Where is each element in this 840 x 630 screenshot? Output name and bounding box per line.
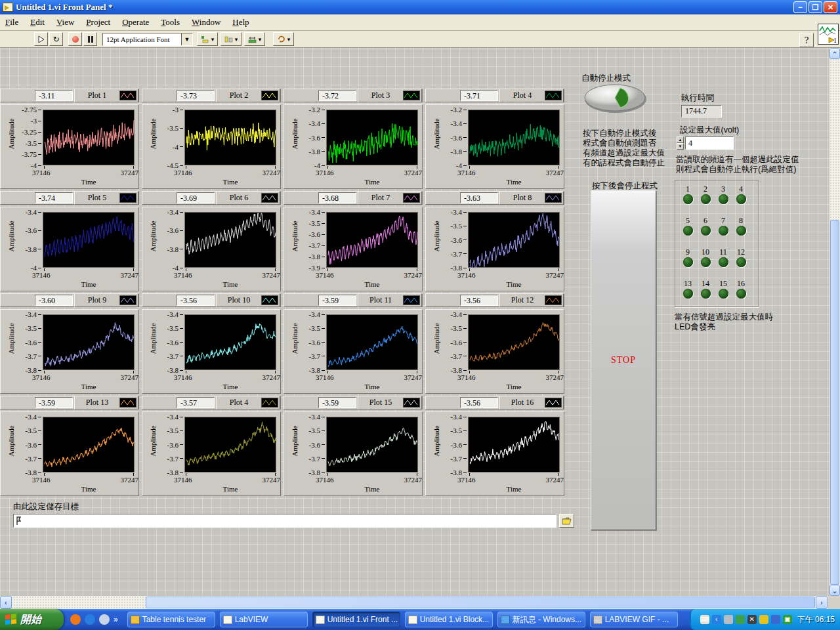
task-button[interactable]: Untitled 1.vi Front ...	[312, 612, 400, 627]
horizontal-scrollbar[interactable]: ‹ ›	[0, 596, 828, 609]
run-button[interactable]	[34, 32, 48, 46]
waveform-chart-1: -3.11Plot 1Amplitude-2.75-3-3.25-3.5-3.7…	[0, 89, 139, 189]
task-button[interactable]: Table tennis tester	[127, 612, 215, 627]
waveform-chart-8: -3.63Plot 8Amplitude-3.4-3.5-3.6-3.7-3.8…	[425, 191, 564, 291]
menu-item-tools[interactable]: Tools	[161, 17, 180, 28]
y-tick: -3.6	[148, 227, 183, 234]
waveform-chart-7: -3.68Plot 7Amplitude-3.4-3.5-3.6-3.7-3.8…	[284, 191, 423, 291]
internet-explorer-icon[interactable]	[85, 614, 95, 625]
abort-button[interactable]	[68, 32, 82, 46]
resize-objects-button[interactable]: ▾	[244, 32, 265, 46]
plot-legend[interactable]: Plot 5	[74, 191, 138, 205]
plot-legend[interactable]: Plot 7	[358, 191, 422, 205]
scroll-down-icon[interactable]: ⌄	[830, 585, 840, 596]
task-button[interactable]: 新訊息 - Windows...	[497, 612, 585, 627]
plot-legend[interactable]: Plot 11	[358, 293, 422, 307]
scroll-up-icon[interactable]: ⌃	[830, 48, 840, 59]
align-objects-button[interactable]: ▾	[197, 32, 218, 46]
restore-button[interactable]: ❐	[808, 1, 822, 13]
y-tick-mark	[463, 472, 467, 473]
task-button-label: Untitled 1.vi Front ...	[327, 615, 398, 624]
tray-app-3-icon[interactable]: ✕	[747, 615, 757, 624]
plot-legend[interactable]: Plot 2	[216, 89, 280, 102]
quick-launch-overflow-icon[interactable]: »	[114, 615, 118, 624]
taskbar-clock[interactable]: 下午 06:15	[797, 614, 835, 625]
menu-item-project[interactable]: Project	[86, 17, 110, 28]
y-tick-label: -3.6	[26, 339, 37, 346]
tray-app-1-icon[interactable]	[724, 615, 733, 624]
spinner-up-icon[interactable]: ▲	[677, 136, 684, 143]
menu-item-window[interactable]: Window	[192, 17, 220, 28]
task-button[interactable]: LabVIEW	[220, 612, 308, 627]
y-tick-mark	[180, 212, 183, 213]
chevron-down-icon[interactable]: ▼	[181, 33, 192, 45]
menu-item-help[interactable]: Help	[232, 17, 249, 28]
plot-legend[interactable]: Plot 10	[216, 293, 280, 307]
plot-legend[interactable]: Plot 16	[499, 396, 564, 410]
plot-legend[interactable]: Plot 15	[358, 396, 422, 410]
keyboard-icon[interactable]: ⌨	[700, 615, 709, 624]
app-icon[interactable]	[99, 614, 110, 625]
y-tick-mark	[180, 430, 183, 431]
pause-button[interactable]	[83, 32, 97, 46]
minimize-button[interactable]: −	[793, 1, 807, 13]
menu-item-operate[interactable]: Operate	[122, 17, 149, 28]
chart-plot-panel: Amplitude-3.4-3.5-3.6-3.7-3.8-3.93714637…	[284, 207, 423, 291]
firefox-icon[interactable]	[70, 614, 81, 625]
start-button[interactable]: 開始	[0, 609, 64, 630]
plot-legend[interactable]: Plot 3	[358, 89, 422, 102]
y-tick-label: -3.5	[26, 139, 37, 147]
y-tick-mark	[180, 356, 183, 356]
plot-legend[interactable]: Plot 9	[74, 293, 138, 307]
max-value-spinner[interactable]: ▲ ▼	[677, 136, 684, 150]
vi-icon[interactable]: 1	[818, 24, 839, 45]
y-tick: -3.6	[289, 231, 325, 238]
y-tick-label: -3.4	[451, 119, 462, 127]
task-button[interactable]: LABVIEW GIF - ...	[590, 612, 678, 627]
scroll-left-icon[interactable]: ‹	[0, 596, 12, 609]
plot-legend[interactable]: Plot 13	[74, 396, 138, 410]
vertical-scrollbar[interactable]: ⌃ ⌄	[830, 48, 840, 596]
plot-legend[interactable]: Plot 4	[216, 396, 280, 410]
scroll-right-icon[interactable]: ›	[816, 596, 828, 609]
tray-app-2-icon[interactable]	[736, 615, 745, 624]
context-help-button[interactable]: ?	[799, 33, 814, 47]
y-tick-mark	[322, 342, 325, 343]
menu-item-view[interactable]: View	[56, 17, 74, 28]
horizontal-scroll-thumb[interactable]	[146, 597, 815, 608]
plot-legend[interactable]: Plot 6	[216, 191, 280, 205]
close-button[interactable]: ✕	[824, 1, 837, 13]
folder-open-icon	[562, 516, 572, 525]
lock-icon[interactable]	[759, 615, 768, 624]
hide-icons-button[interactable]: ‹	[712, 615, 721, 624]
font-selector[interactable]: 12pt Application Font ▼	[102, 33, 193, 46]
y-tick-mark	[463, 123, 467, 124]
task-button[interactable]: Untitled 1.vi Block...	[405, 612, 493, 627]
run-continuously-button[interactable]: ↻	[49, 32, 63, 46]
reorder-button[interactable]: ▾	[273, 32, 294, 46]
text-line: 有的話程式會自動停止	[583, 158, 665, 168]
max-value-input[interactable]	[685, 136, 734, 150]
tray-app-5-icon[interactable]: ▣	[783, 615, 792, 624]
y-tick: -3.5	[6, 427, 41, 434]
plot-legend[interactable]: Plot 8	[499, 191, 564, 205]
y-tick: -2.75	[6, 106, 41, 114]
tray-app-4-icon[interactable]	[771, 615, 780, 624]
y-tick: -3.4	[431, 209, 467, 216]
menu-item-file[interactable]: File	[5, 17, 18, 28]
save-target-path-input[interactable]	[23, 516, 556, 526]
distribute-objects-button[interactable]: ▾	[220, 32, 242, 46]
plot-legend[interactable]: Plot 12	[499, 293, 564, 307]
stop-button[interactable]: STOP	[591, 190, 656, 530]
spinner-down-icon[interactable]: ▼	[677, 143, 684, 150]
x-tick-label-right: 37247	[254, 271, 280, 279]
browse-button[interactable]	[559, 514, 574, 528]
plot-legend[interactable]: Plot 4	[499, 89, 564, 102]
plot-legend[interactable]: Plot 1	[74, 89, 138, 102]
save-target-path-control[interactable]	[13, 514, 556, 528]
menu-item-edit[interactable]: Edit	[30, 17, 45, 28]
auto-stop-toggle-button[interactable]	[583, 82, 650, 115]
waveform-chart-6: -3.69Plot 6Amplitude-3.4-3.6-3.8-4371463…	[142, 191, 281, 291]
y-tick-mark	[463, 314, 467, 315]
vertical-scroll-thumb[interactable]	[830, 220, 839, 585]
